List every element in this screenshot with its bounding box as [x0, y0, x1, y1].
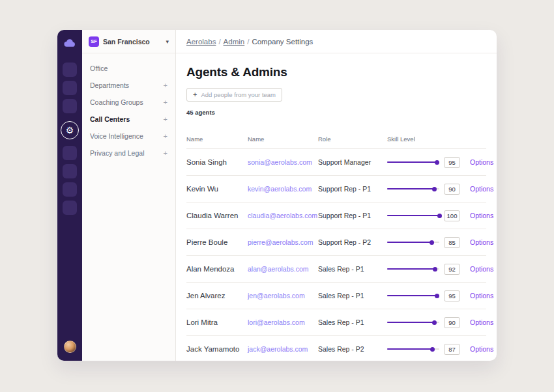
agent-name: Jack Yamamoto — [186, 345, 248, 353]
breadcrumb-link-aerolabs[interactable]: Aerolabs — [186, 38, 216, 46]
sidebar-item-office[interactable]: Office + — [82, 60, 175, 77]
agent-email-link[interactable]: lori@aerolabs.com — [248, 318, 318, 326]
sidebar-item-voice-intelligence[interactable]: Voice Intelligence + — [82, 128, 175, 145]
skill-slider-thumb[interactable] — [432, 187, 437, 191]
options-link[interactable]: Options — [470, 318, 493, 326]
skill-slider[interactable] — [387, 348, 439, 350]
skill-value-box[interactable]: 92 — [444, 264, 460, 275]
plus-icon[interactable]: + — [164, 150, 168, 157]
add-people-button[interactable]: + Add people from your team — [186, 88, 282, 102]
agent-email-link[interactable]: jack@aerolabs.com — [248, 345, 318, 353]
options-link[interactable]: Options — [470, 238, 493, 246]
sidebar-item-privacy-and-legal[interactable]: Privacy and Legal + — [82, 145, 175, 161]
skill-cell: 95 Options — [387, 290, 493, 301]
agent-role: Support Rep - P2 — [318, 238, 387, 246]
options-link[interactable]: Options — [470, 345, 493, 353]
skill-value-box[interactable]: 85 — [444, 237, 460, 248]
org-badge: SF — [89, 36, 99, 47]
agent-email-link[interactable]: jen@aerolabs.com — [248, 292, 318, 300]
skill-slider-fill — [387, 322, 434, 323]
rail-nav-icon-6[interactable] — [63, 182, 77, 197]
column-header-name: Name — [186, 135, 248, 143]
sidebar-items: Office + Departments + Coaching Groups +… — [82, 53, 175, 168]
table-row: Lori Mitra lori@aerolabs.com Sales Rep -… — [186, 309, 486, 336]
org-switcher[interactable]: SF San Francisco ▾ — [82, 30, 175, 53]
settings-gear-icon[interactable]: ⚙ — [61, 121, 79, 139]
skill-cell: 100 Options — [387, 210, 493, 221]
agent-name: Jen Alvarez — [186, 292, 248, 300]
agent-email-link[interactable]: alan@aerolabs.com — [248, 265, 318, 273]
skill-value-box[interactable]: 100 — [444, 210, 460, 221]
agent-name: Sonia Singh — [186, 158, 248, 166]
skill-value-box[interactable]: 87 — [444, 344, 460, 355]
plus-icon[interactable]: + — [164, 82, 168, 89]
plus-icon[interactable]: + — [164, 99, 168, 106]
agent-name: Pierre Boule — [186, 238, 248, 246]
agent-name: Alan Mendoza — [186, 265, 248, 273]
agent-role: Support Rep - P1 — [318, 212, 387, 219]
agent-email-link[interactable]: claudia@aerolabs.com — [248, 212, 318, 219]
skill-value-box[interactable]: 95 — [444, 157, 460, 168]
skill-slider-thumb[interactable] — [433, 267, 437, 272]
plus-icon[interactable]: + — [164, 133, 168, 140]
sidebar-item-label: Voice Intelligence — [90, 132, 143, 140]
skill-slider-thumb[interactable] — [430, 347, 435, 352]
options-link[interactable]: Options — [470, 265, 493, 273]
table-row: Claudia Warren claudia@aerolabs.com Supp… — [186, 203, 486, 229]
table-row: Sonia Singh sonia@aerolabs.com Support M… — [186, 149, 486, 176]
skill-slider[interactable] — [387, 322, 439, 323]
skill-slider-fill — [387, 242, 431, 243]
skill-slider[interactable] — [387, 268, 439, 270]
app-window: ⚙ SF San Francisco ▾ Office + Department… — [57, 30, 497, 361]
rail-nav-icon-4[interactable] — [63, 146, 77, 160]
skill-value-box[interactable]: 90 — [444, 184, 460, 195]
skill-value-box[interactable]: 95 — [444, 290, 460, 301]
sidebar-item-departments[interactable]: Departments + — [82, 77, 175, 94]
skill-slider-fill — [387, 188, 434, 189]
table-header-row: Name Name Role Skill Level — [186, 129, 486, 149]
skill-slider-thumb[interactable] — [432, 320, 437, 325]
skill-slider-fill — [387, 348, 433, 350]
rail-nav-icon-1[interactable] — [63, 63, 77, 77]
skill-slider[interactable] — [387, 188, 439, 189]
sidebar-item-call-centers[interactable]: Call Centers + — [82, 111, 175, 128]
agent-email-link[interactable]: pierre@aerolabs.com — [248, 238, 318, 246]
rail-nav-icon-5[interactable] — [63, 164, 77, 178]
agent-email-link[interactable]: sonia@aerolabs.com — [248, 158, 318, 166]
skill-slider[interactable] — [387, 161, 439, 163]
sidebar-item-label: Coaching Groups — [90, 98, 143, 106]
options-link[interactable]: Options — [470, 292, 493, 300]
table-body: Sonia Singh sonia@aerolabs.com Support M… — [186, 149, 486, 361]
plus-icon[interactable]: + — [164, 116, 168, 123]
rail-nav-icon-3[interactable] — [63, 99, 77, 113]
options-link[interactable]: Options — [470, 158, 493, 166]
skill-slider-thumb[interactable] — [430, 240, 434, 245]
sidebar-item-label: Call Centers — [90, 115, 130, 123]
skill-slider-thumb[interactable] — [437, 214, 442, 218]
sidebar-item-coaching-groups[interactable]: Coaching Groups + — [82, 94, 175, 111]
agent-email-link[interactable]: kevin@aerolabs.com — [248, 185, 318, 193]
options-link[interactable]: Options — [470, 212, 493, 219]
chevron-down-icon: ▾ — [166, 38, 169, 45]
org-name: San Francisco — [103, 38, 162, 46]
skill-slider-fill — [387, 161, 437, 163]
rail-nav-icon-7[interactable] — [63, 201, 77, 215]
sidebar-item-label: Office — [90, 64, 108, 72]
skill-slider-thumb[interactable] — [435, 160, 439, 165]
column-header-role: Role — [318, 135, 387, 143]
skill-slider-thumb[interactable] — [435, 294, 439, 298]
skill-value-box[interactable]: 90 — [444, 317, 460, 328]
skill-slider[interactable] — [387, 295, 439, 296]
rail-nav-icon-2[interactable] — [63, 81, 77, 95]
agent-count: 45 agents — [186, 109, 486, 116]
options-link[interactable]: Options — [470, 185, 493, 193]
table-row: Alan Mendoza alan@aerolabs.com Sales Rep… — [186, 256, 486, 283]
skill-slider[interactable] — [387, 215, 439, 216]
breadcrumb-link-admin[interactable]: Admin — [224, 38, 245, 46]
add-people-button-label: Add people from your team — [201, 91, 276, 98]
skill-slider-fill — [387, 215, 439, 216]
user-avatar[interactable] — [64, 341, 76, 353]
skill-slider-fill — [387, 268, 435, 270]
app-logo-cloud-icon — [63, 38, 76, 48]
skill-slider[interactable] — [387, 242, 439, 243]
